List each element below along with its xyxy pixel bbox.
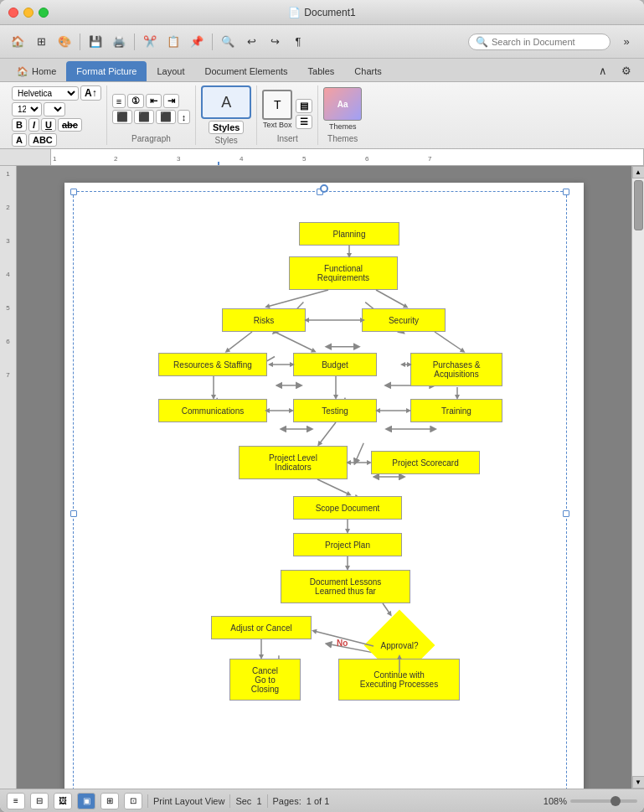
themes-controls: Aa Themes bbox=[323, 85, 362, 132]
copy-btn[interactable]: 📋 bbox=[162, 31, 184, 53]
align-right-btn[interactable]: ⬛ bbox=[156, 110, 176, 124]
status-view-1[interactable]: ≡ bbox=[7, 793, 25, 809]
document-scroll[interactable]: Planning FunctionalRequirements Risks Se… bbox=[17, 166, 631, 789]
font-grow-btn[interactable]: A↑ bbox=[80, 85, 101, 101]
fc-cancel[interactable]: CancelGo toClosing bbox=[229, 659, 301, 701]
fc-doc-lessons[interactable]: Document LessonsLearned thus far bbox=[281, 570, 410, 603]
expand-btn[interactable]: » bbox=[616, 31, 637, 53]
fc-planning[interactable]: Planning bbox=[299, 222, 399, 246]
statusbar-sep-3 bbox=[267, 794, 268, 808]
status-view-4[interactable]: ▣ bbox=[77, 793, 95, 809]
fc-functional-req[interactable]: FunctionalRequirements bbox=[289, 256, 398, 290]
minimize-button[interactable] bbox=[23, 8, 33, 18]
fc-adjust[interactable]: Adjust or Cancel bbox=[211, 616, 312, 639]
underline-btn[interactable]: U bbox=[41, 118, 56, 132]
section-label: Sec bbox=[235, 796, 251, 806]
cut-btn[interactable]: ✂️ bbox=[139, 31, 161, 53]
svg-text:1: 1 bbox=[53, 155, 57, 163]
status-view-3[interactable]: 🖼 bbox=[54, 793, 72, 809]
insert-option-1[interactable]: ▤ bbox=[296, 99, 312, 113]
font-size-select[interactable]: 12 bbox=[12, 102, 42, 116]
print-btn[interactable]: 🖨️ bbox=[108, 31, 130, 53]
tab-document-elements[interactable]: Document Elements bbox=[195, 61, 298, 81]
italic-btn[interactable]: I bbox=[28, 118, 39, 132]
tab-tables[interactable]: Tables bbox=[298, 61, 345, 81]
flowchart: Planning FunctionalRequirements Risks Se… bbox=[81, 199, 567, 789]
font-family-select[interactable]: Helvetica bbox=[12, 86, 79, 101]
maximize-button[interactable] bbox=[39, 8, 49, 18]
ruler-mark-1: 1 bbox=[6, 170, 9, 204]
zoom-thumb[interactable] bbox=[611, 796, 621, 806]
main-toolbar: 🏠 ⊞ 🎨 💾 🖨️ ✂️ 📋 📌 🔍 ↩ ↪ ¶ 🔍 » bbox=[0, 25, 644, 59]
fc-budget[interactable]: Budget bbox=[293, 353, 377, 376]
fc-security[interactable]: Security bbox=[362, 308, 446, 332]
ruler-mark-6: 6 bbox=[6, 338, 9, 371]
insert-option-2[interactable]: ☰ bbox=[296, 115, 312, 129]
svg-line-40 bbox=[275, 332, 314, 351]
zoom-slider[interactable]: 108% bbox=[544, 796, 637, 806]
collapse-ribbon-btn[interactable]: ∧ bbox=[592, 59, 614, 81]
align-left-btn[interactable]: ⬛ bbox=[112, 110, 132, 124]
font-format-row: B I U abc bbox=[12, 118, 101, 132]
indent-increase-btn[interactable]: ⇥ bbox=[163, 94, 179, 108]
zoom-track[interactable] bbox=[570, 799, 637, 803]
fc-training[interactable]: Training bbox=[410, 399, 502, 422]
line-spacing-btn[interactable]: ↕ bbox=[178, 110, 191, 124]
close-button[interactable] bbox=[8, 8, 18, 18]
font-color-row: A ABC bbox=[12, 133, 101, 147]
home-toolbar-btn[interactable]: 🏠 bbox=[7, 31, 28, 53]
fc-continue[interactable]: Continue withExecuting Processes bbox=[338, 659, 460, 701]
ribbon-options-btn[interactable]: ⚙ bbox=[616, 59, 637, 81]
paste-btn[interactable]: 📌 bbox=[186, 31, 208, 53]
window-title: 📄 Document1 bbox=[288, 7, 355, 18]
handle-tl[interactable] bbox=[70, 189, 77, 195]
align-center-btn[interactable]: ⬛ bbox=[134, 110, 154, 124]
indent-decrease-btn[interactable]: ⇤ bbox=[146, 94, 162, 108]
list-unordered-btn[interactable]: ≡ bbox=[112, 94, 126, 108]
spell-btn[interactable]: 🔍 bbox=[217, 31, 239, 53]
themes-group-label: Themes bbox=[323, 134, 362, 145]
ribbon-group-styles: A Styles Styles bbox=[196, 85, 257, 145]
fc-purchases[interactable]: Purchases &Acquisitions bbox=[410, 353, 502, 386]
status-view-6[interactable]: ⊡ bbox=[124, 793, 142, 809]
fc-scope-doc[interactable]: Scope Document bbox=[293, 496, 402, 520]
scroll-track[interactable] bbox=[632, 178, 644, 776]
status-view-2[interactable]: ⊟ bbox=[30, 793, 49, 809]
list-ordered-btn[interactable]: ① bbox=[127, 94, 144, 108]
tab-layout[interactable]: Layout bbox=[147, 61, 194, 81]
fc-proj-level[interactable]: Project LevelIndicators bbox=[239, 446, 348, 479]
fc-proj-plan[interactable]: Project Plan bbox=[293, 533, 402, 556]
grid-btn[interactable]: ⊞ bbox=[30, 31, 52, 53]
status-view-5[interactable]: ⊞ bbox=[100, 793, 119, 809]
tab-format-picture[interactable]: Format Picture bbox=[66, 61, 147, 81]
scroll-up-btn[interactable]: ▲ bbox=[632, 166, 645, 178]
fc-testing[interactable]: Testing bbox=[293, 399, 377, 422]
styles-dropdown-btn[interactable]: Styles bbox=[209, 121, 244, 134]
font-row-2: 12 pt bbox=[12, 102, 101, 116]
strikethrough-btn[interactable]: abc bbox=[58, 118, 82, 132]
format-btn[interactable]: 🎨 bbox=[54, 31, 75, 53]
tab-home[interactable]: 🏠 Home bbox=[7, 61, 66, 81]
rotation-handle[interactable] bbox=[320, 184, 328, 193]
statusbar-sep-1 bbox=[147, 794, 148, 808]
redo-btn[interactable]: ↪ bbox=[264, 31, 286, 53]
pilcrow-btn[interactable]: ¶ bbox=[287, 31, 309, 53]
fc-comms[interactable]: Communications bbox=[158, 399, 267, 422]
scroll-thumb[interactable] bbox=[634, 180, 643, 230]
ruler-mark-4: 4 bbox=[6, 271, 9, 304]
scroll-down-btn[interactable]: ▼ bbox=[632, 776, 645, 789]
svg-text:2: 2 bbox=[114, 155, 118, 163]
bold-btn[interactable]: B bbox=[12, 118, 27, 132]
font-size-2[interactable]: pt bbox=[44, 102, 65, 116]
handle-ml[interactable] bbox=[70, 510, 77, 517]
fc-risks[interactable]: Risks bbox=[222, 308, 306, 332]
font-color-btn[interactable]: A bbox=[12, 133, 27, 147]
handle-tr[interactable] bbox=[563, 189, 569, 195]
save-btn[interactable]: 💾 bbox=[85, 31, 106, 53]
tab-charts[interactable]: Charts bbox=[344, 61, 391, 81]
fc-proj-scorecard[interactable]: Project Scorecard bbox=[371, 451, 480, 474]
highlight-btn[interactable]: ABC bbox=[28, 133, 57, 147]
undo-btn[interactable]: ↩ bbox=[240, 31, 262, 53]
search-input[interactable] bbox=[492, 37, 603, 47]
fc-resources[interactable]: Resources & Staffing bbox=[158, 353, 267, 376]
